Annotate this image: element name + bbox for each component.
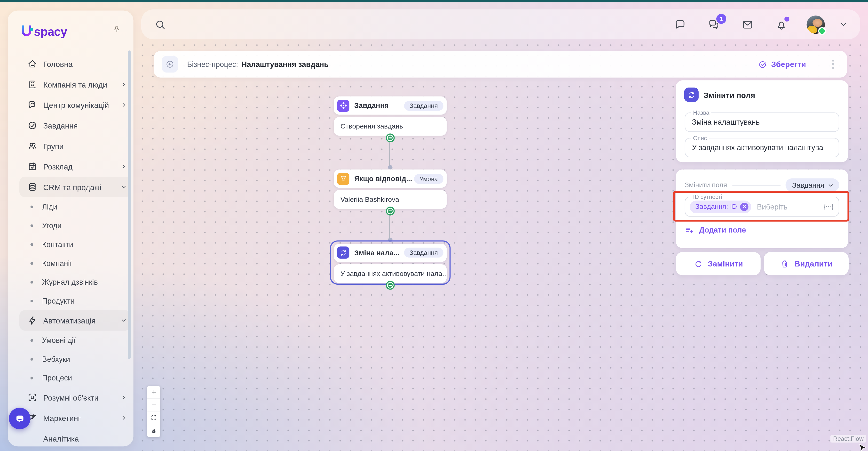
avatar[interactable]	[806, 15, 825, 33]
add-field-button[interactable]: Додати поле	[685, 226, 746, 235]
back-button[interactable]	[162, 56, 178, 73]
fit-view-button[interactable]	[147, 412, 160, 424]
sidebar-item-label: Угоди	[42, 221, 62, 230]
bullet-icon	[31, 358, 33, 360]
bullet-icon	[31, 205, 33, 208]
flow-node-trigger-header[interactable]: Завдання Завдання	[334, 96, 446, 115]
sidebar-item-processes[interactable]: Процеси	[20, 368, 131, 387]
bullet-icon	[31, 224, 33, 227]
home-icon	[27, 59, 37, 69]
sidebar-item-label: Процеси	[42, 374, 72, 382]
add-step-button[interactable]	[385, 206, 395, 215]
entity-select[interactable]: Завдання	[785, 178, 839, 192]
sidebar-item-home[interactable]: Головна	[20, 54, 131, 74]
sidebar: Uspacy Головна Компанія та люди Центр ко…	[8, 10, 133, 446]
add-step-button[interactable]	[385, 281, 395, 290]
edge-handle-dot[interactable]	[388, 165, 392, 170]
sidebar-item-label: CRM та продажі	[43, 183, 101, 191]
add-step-button[interactable]	[385, 133, 395, 143]
zoom-in-button[interactable]	[147, 386, 160, 399]
change-fields-card: Змінити поля Завдання ID сутності Завдан…	[676, 170, 848, 248]
chevron-down-icon	[120, 183, 127, 190]
tasks-icon	[27, 120, 37, 131]
delete-button[interactable]: Видалити	[764, 252, 848, 275]
chip-remove-icon[interactable]: ✕	[740, 203, 748, 211]
lock-icon	[150, 427, 157, 434]
sidebar-item-label: Аналітика	[43, 434, 79, 443]
notifications-button[interactable]	[775, 18, 788, 31]
sidebar-item-contacts[interactable]: Контакти	[20, 235, 131, 254]
sidebar-item-leads[interactable]: Ліди	[20, 197, 131, 216]
sidebar-item-label: Центр комунікацій	[43, 101, 109, 110]
target-icon	[337, 99, 349, 112]
sidebar-item-companies[interactable]: Компанії	[20, 253, 131, 273]
bullet-icon	[31, 376, 33, 379]
search-icon[interactable]	[154, 19, 166, 30]
node-settings-card: Змінити поля Назва Опис	[676, 80, 848, 162]
entity-id-chip-label: Завдання: ID	[695, 203, 737, 210]
sidebar-item-webhooks[interactable]: Вебхуки	[20, 350, 131, 368]
lock-button[interactable]	[147, 424, 160, 437]
sidebar-item-crm-sales[interactable]: CRM та продажі	[20, 177, 131, 198]
add-field-label: Додати поле	[699, 226, 746, 234]
sidebar-item-label: Розклад	[43, 162, 73, 171]
fit-view-icon	[150, 414, 157, 421]
react-flow-attribution[interactable]: React Flow	[831, 435, 867, 443]
entity-id-placeholder: Виберіть	[757, 203, 787, 211]
node-badge: Умова	[414, 174, 443, 184]
arrow-left-circle-icon	[165, 59, 175, 69]
save-button[interactable]: Зберегти	[758, 60, 806, 69]
sidebar-item-label: Головна	[43, 60, 73, 69]
flow-node-condition-header[interactable]: Якщо відповід... Умова	[334, 170, 446, 188]
flow-node-change-fields-header[interactable]: Зміна нала... Завдання	[334, 243, 446, 262]
sidebar-item-company-people[interactable]: Компанія та люди	[20, 74, 131, 95]
name-field-label: Назва	[691, 109, 711, 116]
crm-icon	[27, 182, 37, 192]
chat-bubble-icon	[14, 413, 25, 424]
support-chat-launcher[interactable]	[9, 408, 31, 429]
uspacy-logo[interactable]: Uspacy	[21, 25, 67, 39]
breadcrumb-prefix: Бізнес-процес:	[187, 60, 238, 68]
sidebar-item-analytics[interactable]: Аналітика	[20, 428, 131, 449]
pin-icon[interactable]	[113, 26, 121, 34]
delete-label: Видалити	[795, 259, 832, 268]
entity-id-chip[interactable]: Завдання: ID ✕	[690, 200, 751, 213]
sidebar-item-label: Компанія та люди	[43, 80, 107, 89]
sidebar-item-communications[interactable]: Центр комунікацій	[20, 95, 131, 115]
sidebar-item-schedule[interactable]: Розклад	[20, 156, 131, 177]
sidebar-item-label: Вебхуки	[42, 355, 70, 363]
flow-node-trigger-body[interactable]: Створення завдань	[334, 117, 446, 136]
comment-button[interactable]	[674, 18, 686, 31]
mail-button[interactable]	[741, 18, 754, 31]
sidebar-item-smart-objects[interactable]: Розумні об'єкти	[20, 387, 131, 408]
sidebar-item-automation[interactable]: Автоматизація	[20, 310, 131, 331]
replace-label: Замінити	[708, 259, 743, 268]
profile-chevron-down-icon[interactable]	[839, 20, 848, 29]
description-field: Опис	[685, 138, 839, 157]
sidebar-item-groups[interactable]: Групи	[20, 136, 131, 156]
app-window: Uspacy Головна Компанія та люди Центр ко…	[0, 0, 868, 451]
bullet-icon	[31, 299, 33, 302]
analytics-icon	[27, 433, 37, 444]
flow-node-condition-body[interactable]: Valeriia Bashkirova	[334, 190, 446, 209]
chevron-down-icon	[120, 317, 127, 324]
flow-node-change-fields-body[interactable]: У завданнях активовувати нала...	[334, 264, 446, 283]
replace-button[interactable]: Замінити	[676, 252, 761, 275]
sidebar-item-deals[interactable]: Угоди	[20, 216, 131, 235]
sidebar-item-marketing[interactable]: Маркетинг	[20, 408, 131, 428]
sidebar-item-conditional-actions[interactable]: Умовні дії	[20, 331, 131, 350]
chat-badge: 1	[716, 13, 726, 24]
insert-variable-icon[interactable]: {⋯}	[824, 203, 833, 210]
sidebar-scrollbar[interactable]	[128, 51, 130, 359]
chat-button[interactable]: 1	[707, 18, 720, 31]
sidebar-item-tasks[interactable]: Завдання	[20, 115, 131, 136]
logo-mark: U	[21, 26, 32, 37]
name-field: Назва	[685, 113, 839, 132]
zoom-out-button[interactable]	[147, 399, 160, 412]
chevron-down-icon	[827, 181, 834, 189]
more-menu-button[interactable]	[828, 57, 838, 71]
divider	[732, 185, 780, 185]
sidebar-item-products[interactable]: Продукти	[20, 292, 131, 310]
logo-dot	[30, 28, 33, 31]
sidebar-item-call-log[interactable]: Журнал дзвінків	[20, 273, 131, 292]
